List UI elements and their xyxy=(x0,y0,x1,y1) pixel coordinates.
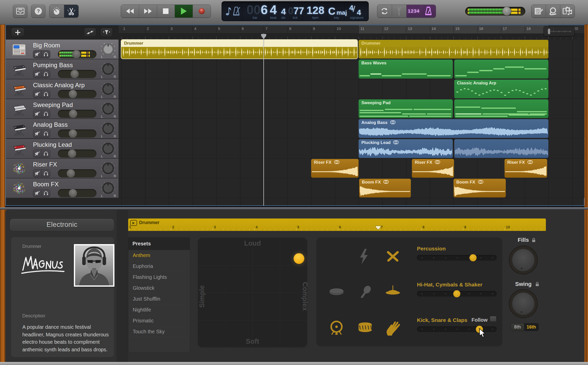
track-volume-slider[interactable] xyxy=(58,50,96,58)
drum-slider-thumb-2[interactable]: 7 xyxy=(476,326,483,333)
region-classic-analog-arp[interactable]: Classic Analog Arp xyxy=(454,80,548,98)
lcd-display[interactable]: 006 bar 4 beat 4 div 077 tick 128 bpm Cm… xyxy=(222,1,369,21)
xy-pad[interactable]: Loud Soft Simple Complex xyxy=(198,238,307,348)
rate-8th-button[interactable]: 8th xyxy=(511,323,524,331)
region-plucking-lead[interactable]: Plucking Lead xyxy=(359,139,453,158)
kick-drum-icon[interactable] xyxy=(328,320,345,336)
solo-button[interactable] xyxy=(42,170,50,177)
region-riser-fx[interactable]: Riser FX xyxy=(412,159,454,178)
swing-knob[interactable] xyxy=(508,289,538,319)
fills-knob[interactable] xyxy=(508,245,538,275)
track-volume-slider[interactable] xyxy=(58,70,96,78)
preset-item-nightlife[interactable]: Nightlife xyxy=(128,304,190,315)
solo-button[interactable] xyxy=(42,70,50,78)
region-midi-pad[interactable] xyxy=(454,99,548,118)
preset-item-prismatic[interactable]: Prismatic xyxy=(128,315,190,326)
solo-button[interactable] xyxy=(42,110,50,118)
mute-button[interactable] xyxy=(33,50,42,58)
drum-slider-2[interactable]: 7 xyxy=(417,326,497,332)
region-drummer[interactable]: Drummer xyxy=(359,40,548,59)
drum-slider-1[interactable] xyxy=(417,291,497,297)
library-button[interactable] xyxy=(13,5,27,18)
pan-knob[interactable]: LR xyxy=(98,102,118,118)
track-volume-slider[interactable] xyxy=(58,130,96,138)
pan-knob[interactable]: LR xyxy=(98,162,118,178)
play-button[interactable] xyxy=(175,5,193,17)
help-button[interactable]: ? xyxy=(31,5,45,18)
region-riser-fx[interactable]: Riser FX xyxy=(505,159,547,178)
pan-knob[interactable]: LR xyxy=(98,63,118,78)
solo-button[interactable] xyxy=(42,50,50,58)
drummer-category-button[interactable]: Electronic xyxy=(10,219,114,230)
pan-knob[interactable]: LR xyxy=(98,83,118,98)
pan-knob[interactable]: LR xyxy=(98,182,118,197)
track-header-row[interactable]: Pumping BassLR xyxy=(6,59,119,79)
media-browser-button[interactable] xyxy=(560,5,575,17)
track-volume-slider[interactable] xyxy=(58,189,96,197)
track-header-row[interactable]: Sweeping PadLR xyxy=(6,99,119,119)
track-header-row[interactable]: Classic Analog ArpLR xyxy=(6,79,119,99)
track-volume-slider[interactable] xyxy=(58,110,96,118)
region-audio-spiky-dim[interactable] xyxy=(454,139,548,158)
track-volume-thumb[interactable] xyxy=(66,169,75,178)
track-volume-thumb[interactable] xyxy=(72,50,81,59)
region-riser-fx[interactable]: Riser FX xyxy=(311,159,359,178)
preset-item-euphoria[interactable]: Euphoria xyxy=(128,261,190,272)
mute-button[interactable] xyxy=(33,170,42,177)
track-volume-slider[interactable] xyxy=(58,169,96,177)
region-boom-fx[interactable]: Boom FX xyxy=(453,179,506,197)
splitter-handle[interactable] xyxy=(0,207,588,210)
mute-button[interactable] xyxy=(33,150,42,157)
rewind-button[interactable] xyxy=(121,5,139,17)
region-sweeping-pad[interactable]: Sweeping Pad xyxy=(359,99,453,118)
track-header-row[interactable]: Plucking LeadLR xyxy=(6,139,119,158)
snare-drum-icon[interactable] xyxy=(357,320,373,336)
shaker-icon[interactable] xyxy=(357,284,373,301)
drum-slider-thumb-0[interactable] xyxy=(469,254,477,261)
record-button[interactable] xyxy=(193,5,211,17)
pan-knob[interactable]: LR xyxy=(98,122,118,138)
lightning-icon[interactable] xyxy=(357,248,373,265)
track-header-row[interactable]: Riser FXLR xyxy=(6,159,119,178)
claves-icon[interactable] xyxy=(385,248,401,265)
tuner-button[interactable] xyxy=(392,5,407,17)
xy-puck[interactable] xyxy=(294,253,304,264)
preset-item-glowstick[interactable]: Glowstick xyxy=(128,283,190,294)
preset-item-anthem[interactable]: Anthem xyxy=(128,250,190,261)
mute-button[interactable] xyxy=(33,130,42,137)
solo-button[interactable] xyxy=(42,90,50,98)
drum-slider-0[interactable] xyxy=(417,255,497,261)
track-header-row[interactable]: Big RoomLR xyxy=(6,40,119,59)
cymbal-icon[interactable] xyxy=(385,284,401,301)
track-header-row[interactable]: Analog BassLR xyxy=(6,119,119,138)
mute-button[interactable] xyxy=(33,90,42,98)
zoom-widget[interactable] xyxy=(544,26,575,36)
pan-knob[interactable]: LR xyxy=(98,43,118,59)
track-volume-slider[interactable] xyxy=(58,90,96,98)
master-volume-slider[interactable] xyxy=(465,7,525,16)
track-volume-slider[interactable] xyxy=(58,150,96,158)
region-midi-steps[interactable] xyxy=(454,60,548,78)
forward-button[interactable] xyxy=(139,5,157,17)
solo-button[interactable] xyxy=(42,189,50,197)
preset-item-flashing-lights[interactable]: Flashing Lights xyxy=(128,272,190,283)
track-volume-thumb[interactable] xyxy=(69,129,77,138)
preset-item-just-shufflin[interactable]: Just Shufflin xyxy=(128,294,190,304)
tambourine-icon[interactable] xyxy=(328,284,345,301)
mute-button[interactable] xyxy=(33,110,42,118)
track-volume-thumb[interactable] xyxy=(69,110,77,118)
track-volume-thumb[interactable] xyxy=(69,90,77,98)
solo-button[interactable] xyxy=(42,130,50,137)
master-volume-thumb[interactable] xyxy=(502,7,511,16)
smart-controls-button[interactable] xyxy=(49,5,64,17)
track-volume-thumb[interactable] xyxy=(68,149,76,158)
drum-slider-thumb-1[interactable] xyxy=(453,290,460,297)
mute-button[interactable] xyxy=(33,70,42,78)
metronome-button[interactable] xyxy=(421,5,436,17)
region-analog-bass[interactable]: Analog Bass xyxy=(359,119,548,138)
editor-ruler[interactable]: Drummer 12345678910 xyxy=(128,218,546,231)
track-volume-thumb[interactable] xyxy=(69,189,77,197)
editors-button[interactable] xyxy=(64,5,78,17)
region-drummer[interactable]: Drummer xyxy=(121,40,357,59)
timeline-ruler[interactable]: 1234567891011121314151617181920 xyxy=(119,25,584,40)
